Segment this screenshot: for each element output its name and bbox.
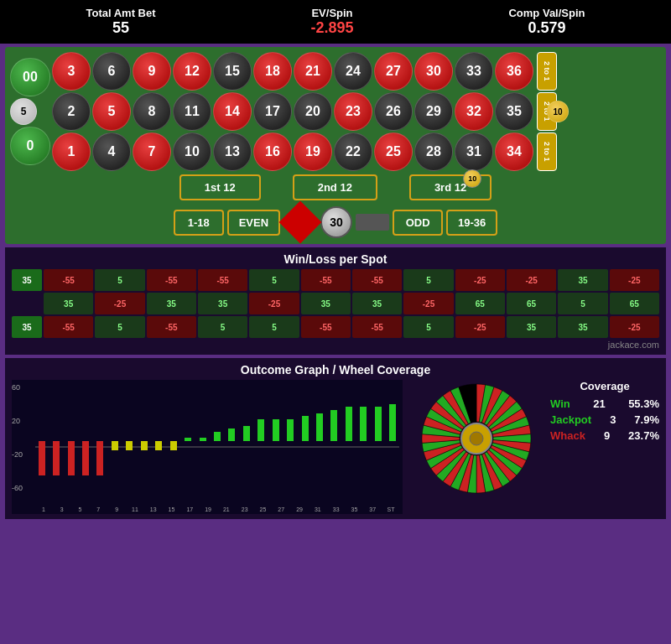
bet-19-36[interactable]: 19-36: [446, 210, 497, 236]
number-9[interactable]: 9: [133, 52, 171, 91]
wl-cell: -55: [352, 269, 402, 291]
y-label-n60: -60: [12, 484, 34, 492]
number-15[interactable]: 15: [213, 52, 252, 91]
number-30[interactable]: 30: [414, 52, 453, 91]
number-19[interactable]: 19: [294, 132, 332, 171]
bar-item: [240, 383, 252, 499]
2to1-top[interactable]: 2 to 1: [537, 52, 557, 91]
wl-cell: -25: [610, 269, 659, 291]
coverage-jackpot-row: Jackpot 3 7.9%: [550, 413, 659, 426]
x-label: 19: [200, 506, 216, 512]
number-28[interactable]: 28: [414, 132, 453, 171]
number-23[interactable]: 23: [334, 92, 372, 131]
total-amt-bet-col: Total Amt Bet 55: [86, 7, 155, 37]
bar-item: [153, 383, 165, 499]
bar-item: [181, 383, 194, 499]
number-31[interactable]: 31: [455, 132, 493, 171]
comp-val-label: Comp Val/Spin: [508, 7, 585, 19]
bar-item: [65, 383, 77, 499]
number-14[interactable]: 14: [213, 92, 252, 131]
number-16[interactable]: 16: [253, 132, 292, 171]
wl-cell: 5: [95, 269, 144, 291]
bar-item: [283, 383, 296, 499]
dozen-1st[interactable]: 1st 12: [179, 174, 261, 200]
number-33[interactable]: 33: [455, 52, 493, 91]
chip-10[interactable]: 10: [547, 101, 569, 122]
number-26[interactable]: 26: [374, 92, 413, 131]
number-4[interactable]: 4: [92, 132, 131, 171]
number-21[interactable]: 21: [294, 52, 332, 91]
numbers-grid: 3 6 9 12 15 18 21 24 27 30 33 36 2 5 8 1…: [52, 52, 533, 171]
wl-cell: 35: [558, 269, 607, 291]
arrow-divider: [356, 214, 389, 231]
bet-odd[interactable]: ODD: [393, 210, 443, 236]
ev-spin-value: -2.895: [310, 19, 353, 37]
wl-cell: -55: [352, 316, 402, 338]
wl-row: 35-253535-253535-256565565: [12, 293, 659, 314]
number-20[interactable]: 20: [294, 92, 332, 131]
wl-cell: 35: [198, 293, 247, 314]
outcome-title: Outcome Graph / Wheel Coverage: [12, 363, 659, 377]
x-label: 3: [54, 506, 70, 512]
number-1[interactable]: 1: [52, 132, 91, 171]
number-13[interactable]: 13: [213, 132, 252, 171]
roulette-table: 00 5 0 3 6 9 12 15 18 21 24 27 30 33 36: [5, 47, 666, 244]
coverage-whack-label: Whack: [550, 429, 585, 442]
2to1-bot[interactable]: 2 to 1: [537, 132, 557, 171]
number-12[interactable]: 12: [173, 52, 211, 91]
dozen-3rd[interactable]: 3rd 12 10: [409, 174, 492, 200]
coverage-win-count: 21: [593, 397, 605, 410]
number-6[interactable]: 6: [92, 52, 131, 91]
bet-even[interactable]: EVEN: [227, 210, 280, 236]
wl-cell: 65: [455, 293, 505, 314]
number-35[interactable]: 35: [495, 92, 533, 131]
number-3[interactable]: 3: [52, 52, 91, 91]
number-18[interactable]: 18: [253, 52, 292, 91]
number-24[interactable]: 24: [334, 52, 372, 91]
chip-on-3rd12[interactable]: 10: [463, 169, 481, 188]
chip-5[interactable]: 5: [10, 98, 37, 125]
number-00[interactable]: 00: [10, 58, 50, 96]
row-bot: 1 4 7 10 13 16 19 22 25 28 31 34: [52, 132, 533, 171]
number-11[interactable]: 11: [173, 92, 211, 131]
number-8[interactable]: 8: [133, 92, 171, 131]
number-0[interactable]: 0: [10, 127, 50, 165]
wl-cell: 35: [352, 293, 402, 314]
wl-cell: [12, 293, 42, 314]
bar-item: [35, 383, 48, 499]
x-label: 1: [35, 506, 52, 512]
number-32[interactable]: 32: [455, 92, 493, 131]
number-22[interactable]: 22: [334, 132, 372, 171]
x-label: 25: [255, 506, 272, 512]
number-2[interactable]: 2: [52, 92, 91, 131]
number-7[interactable]: 7: [133, 132, 171, 171]
wl-cell: -55: [147, 316, 196, 338]
x-label: 15: [164, 506, 180, 512]
number-25[interactable]: 25: [374, 132, 413, 171]
x-label: 9: [108, 506, 125, 512]
dozen-row: 1st 12 2nd 12 3rd 12 10: [10, 174, 661, 200]
number-5[interactable]: 5: [92, 92, 131, 131]
chip-30[interactable]: 30: [320, 206, 352, 238]
bet-1-18[interactable]: 1-18: [174, 210, 224, 236]
number-36[interactable]: 36: [495, 52, 533, 91]
dozen-2nd[interactable]: 2nd 12: [293, 174, 377, 200]
jackace-credit: jackace.com: [12, 340, 659, 350]
bar-item: [387, 383, 399, 499]
x-label: 33: [328, 506, 345, 512]
coverage-win-label: Win: [550, 397, 570, 410]
number-27[interactable]: 27: [374, 52, 413, 91]
total-amt-bet-label: Total Amt Bet: [86, 7, 155, 19]
number-29[interactable]: 29: [414, 92, 453, 131]
x-label: 23: [237, 506, 253, 512]
number-17[interactable]: 17: [253, 92, 292, 131]
bar-item: [226, 383, 238, 499]
wl-cell: 5: [403, 269, 453, 291]
number-34[interactable]: 34: [495, 132, 533, 171]
bar-item: [328, 383, 341, 499]
number-10[interactable]: 10: [173, 132, 211, 171]
x-label: 35: [346, 506, 363, 512]
row-top: 3 6 9 12 15 18 21 24 27 30 33 36: [52, 52, 533, 91]
wheel-svg: [418, 380, 535, 497]
wl-cell: 35: [44, 293, 93, 314]
